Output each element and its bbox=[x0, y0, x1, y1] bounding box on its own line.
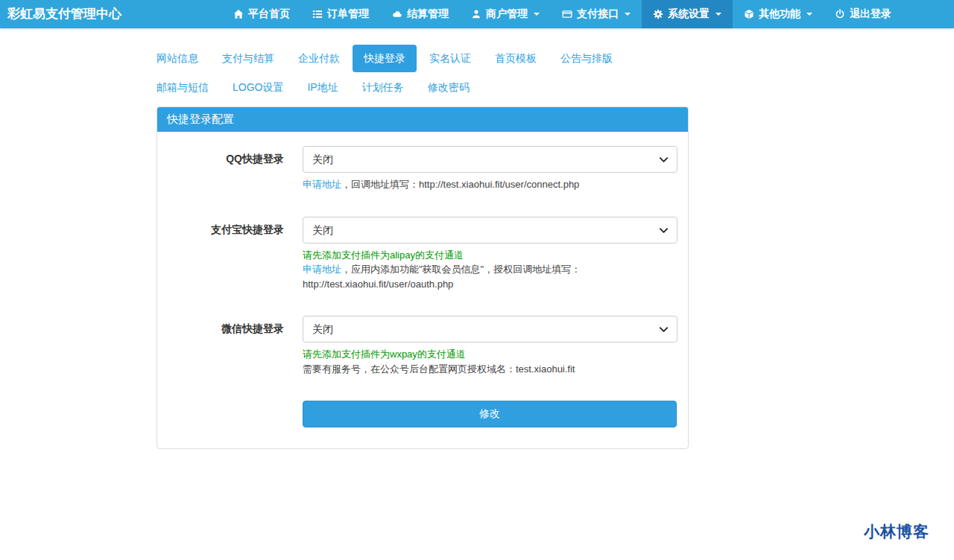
credit-card-icon bbox=[562, 9, 572, 19]
main-nav: 平台首页 订单管理 结算管理 商户管理 支付接口 bbox=[222, 0, 903, 28]
wechat-login-select[interactable]: 关闭 bbox=[303, 316, 677, 343]
top-navbar: 彩虹易支付管理中心 平台首页 订单管理 结算管理 商户管理 bbox=[0, 0, 954, 28]
tab-payment-settlement[interactable]: 支付与结算 bbox=[211, 45, 285, 72]
chevron-down-icon bbox=[625, 13, 631, 16]
nav-item-settlement[interactable]: 结算管理 bbox=[380, 0, 460, 28]
gear-icon bbox=[653, 9, 663, 19]
nav-item-orders[interactable]: 订单管理 bbox=[301, 0, 380, 28]
nav-item-label: 退出登录 bbox=[850, 7, 891, 21]
wechat-login-help: 请先添加支付插件为wxpay的支付通道 需要有服务号，在公众号后台配置网页授权域… bbox=[303, 347, 677, 376]
alipay-login-label: 支付宝快捷登录 bbox=[168, 217, 284, 292]
alipay-plugin-hint: 请先添加支付插件为alipay的支付通道 bbox=[303, 248, 677, 263]
nav-item-label: 订单管理 bbox=[327, 7, 369, 21]
settings-tabs-row1: 网站信息 支付与结算 企业付款 快捷登录 实名认证 首页模板 公告与排版 bbox=[145, 45, 689, 72]
tab-quick-login[interactable]: 快捷登录 bbox=[353, 45, 417, 72]
wechat-login-label: 微信快捷登录 bbox=[168, 316, 284, 376]
tab-email-sms[interactable]: 邮箱与短信 bbox=[145, 74, 220, 101]
wechat-plugin-hint: 请先添加支付插件为wxpay的支付通道 bbox=[303, 347, 677, 362]
nav-item-label: 平台首页 bbox=[248, 7, 290, 21]
xiaolin-blog-watermark: 小林博客 bbox=[864, 521, 929, 542]
alipay-help-text: ，应用内添加功能"获取会员信息"，授权回调地址填写： bbox=[341, 264, 581, 275]
tab-cron-tasks[interactable]: 计划任务 bbox=[351, 74, 415, 101]
panel-title: 快捷登录配置 bbox=[157, 107, 688, 132]
wechat-login-group: 微信快捷登录 关闭 请先添加支付插件为wxpay的支付通道 需要有服务号，在公众… bbox=[168, 316, 677, 376]
tab-realname-auth[interactable]: 实名认证 bbox=[418, 45, 482, 72]
wechat-login-controls: 关闭 请先添加支付插件为wxpay的支付通道 需要有服务号，在公众号后台配置网页… bbox=[303, 316, 677, 376]
submit-row: 修改 bbox=[168, 401, 677, 427]
qq-help-text: ，回调地址填写：http://test.xiaohui.fit/user/con… bbox=[341, 179, 579, 190]
tab-home-template[interactable]: 首页模板 bbox=[484, 45, 548, 72]
qq-login-controls: 关闭 申请地址，回调地址填写：http://test.xiaohui.fit/u… bbox=[303, 146, 677, 192]
submit-button[interactable]: 修改 bbox=[303, 401, 677, 427]
settings-tabs-row2: 邮箱与短信 LOGO设置 IP地址 计划任务 修改密码 bbox=[145, 74, 689, 101]
home-icon bbox=[233, 9, 244, 19]
list-icon bbox=[312, 9, 323, 19]
quick-login-panel: 快捷登录配置 QQ快捷登录 关闭 申请地址，回调地址填写：http://t bbox=[157, 106, 689, 449]
qq-apply-link[interactable]: 申请地址 bbox=[303, 179, 341, 190]
qq-login-group: QQ快捷登录 关闭 申请地址，回调地址填写：http://test.xiaohu… bbox=[168, 146, 677, 192]
power-icon bbox=[835, 9, 845, 19]
nav-item-system-settings[interactable]: 系统设置 bbox=[642, 0, 733, 28]
alipay-login-group: 支付宝快捷登录 关闭 请先添加支付插件为alipay的支付通道 申请地址，应用内… bbox=[168, 217, 677, 292]
brand-title[interactable]: 彩虹易支付管理中心 bbox=[7, 0, 121, 28]
cloud-icon bbox=[391, 9, 402, 19]
panel-body: QQ快捷登录 关闭 申请地址，回调地址填写：http://test.xiaohu… bbox=[157, 132, 688, 448]
chevron-down-icon bbox=[806, 13, 812, 16]
wechat-domain-hint: 需要有服务号，在公众号后台配置网页授权域名：test.xiaohui.fit bbox=[303, 362, 677, 377]
alipay-login-help: 请先添加支付插件为alipay的支付通道 申请地址，应用内添加功能"获取会员信息… bbox=[303, 248, 677, 292]
nav-item-home[interactable]: 平台首页 bbox=[222, 0, 301, 28]
tab-announcement-layout[interactable]: 公告与排版 bbox=[549, 45, 624, 72]
nav-item-payment-api[interactable]: 支付接口 bbox=[551, 0, 642, 28]
tab-change-password[interactable]: 修改密码 bbox=[417, 74, 481, 101]
chevron-down-icon bbox=[716, 13, 721, 16]
cube-icon bbox=[744, 9, 754, 19]
nav-item-other-features[interactable]: 其他功能 bbox=[733, 0, 824, 28]
nav-item-merchants[interactable]: 商户管理 bbox=[460, 0, 551, 28]
alipay-login-controls: 关闭 请先添加支付插件为alipay的支付通道 申请地址，应用内添加功能"获取会… bbox=[303, 217, 677, 292]
nav-item-label: 其他功能 bbox=[759, 7, 800, 21]
tab-logo-settings[interactable]: LOGO设置 bbox=[221, 74, 294, 101]
nav-item-logout[interactable]: 退出登录 bbox=[824, 0, 903, 28]
nav-item-label: 商户管理 bbox=[486, 7, 528, 21]
alipay-login-select[interactable]: 关闭 bbox=[303, 217, 677, 244]
tab-enterprise-payment[interactable]: 企业付款 bbox=[287, 45, 351, 72]
tab-site-info[interactable]: 网站信息 bbox=[145, 45, 209, 72]
alipay-apply-link[interactable]: 申请地址 bbox=[303, 264, 341, 275]
alipay-callback-url: http://test.xiaohui.fit/user/oauth.php bbox=[303, 277, 677, 292]
user-icon bbox=[471, 9, 481, 19]
nav-item-label: 结算管理 bbox=[407, 7, 449, 21]
qq-login-select[interactable]: 关闭 bbox=[303, 146, 677, 173]
qq-login-help: 申请地址，回调地址填写：http://test.xiaohui.fit/user… bbox=[303, 177, 677, 192]
nav-item-label: 系统设置 bbox=[668, 7, 710, 21]
chevron-down-icon bbox=[534, 13, 540, 16]
qq-login-label: QQ快捷登录 bbox=[168, 146, 284, 192]
main-content: 网站信息 支付与结算 企业付款 快捷登录 实名认证 首页模板 公告与排版 邮箱与… bbox=[157, 45, 689, 449]
tab-ip-address[interactable]: IP地址 bbox=[296, 74, 349, 101]
nav-item-label: 支付接口 bbox=[577, 7, 619, 21]
